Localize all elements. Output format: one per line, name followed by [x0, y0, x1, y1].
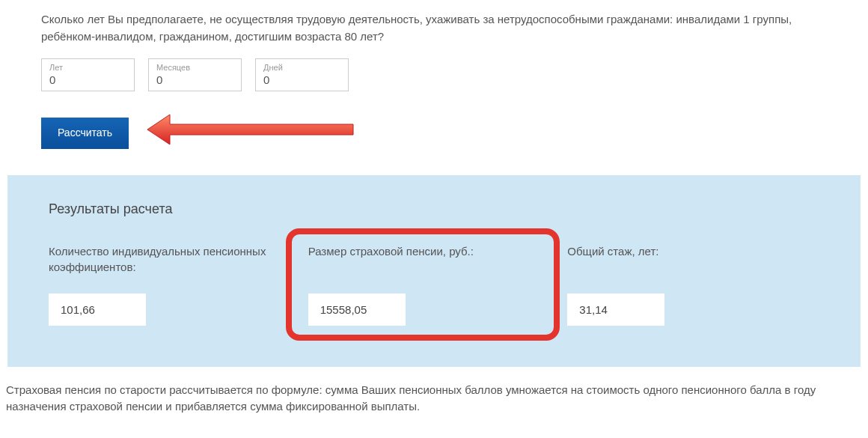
footer-explanation: Страховая пенсия по старости рассчитывае… [0, 367, 868, 426]
result-points-value: 101,66 [49, 293, 146, 326]
results-title: Результаты расчета [49, 201, 819, 217]
years-input-group: Лет [41, 58, 135, 91]
results-row: Количество индивидуальных пенсионных коэ… [49, 243, 819, 326]
days-input[interactable] [263, 73, 340, 86]
period-inputs-row: Лет Месяцев Дней [0, 58, 868, 106]
years-label: Лет [49, 63, 126, 72]
results-panel: Результаты расчета Количество индивидуал… [7, 175, 861, 367]
days-label: Дней [263, 63, 340, 72]
result-pension-label: Размер страховой пенсии, руб.: [308, 243, 538, 277]
result-points-block: Количество индивидуальных пенсионных коэ… [49, 243, 301, 326]
question-text: Сколько лет Вы предполагаете, не осущест… [0, 11, 823, 58]
button-row: Рассчитать [0, 106, 868, 175]
result-stage-value: 31,14 [567, 293, 664, 326]
years-input[interactable] [49, 73, 126, 86]
result-stage-block: Общий стаж, лет: 31,14 [567, 243, 819, 326]
months-input[interactable] [156, 73, 233, 86]
result-pension-block: Размер страховой пенсии, руб.: 15558,05 [308, 243, 560, 326]
result-stage-label: Общий стаж, лет: [567, 243, 819, 277]
months-label: Месяцев [156, 63, 233, 72]
months-input-group: Месяцев [148, 58, 242, 91]
calculate-button[interactable]: Рассчитать [41, 118, 129, 149]
days-input-group: Дней [255, 58, 349, 91]
result-points-label: Количество индивидуальных пенсионных коэ… [49, 243, 301, 277]
result-pension-value: 15558,05 [308, 293, 406, 326]
arrow-annotation [147, 126, 357, 141]
